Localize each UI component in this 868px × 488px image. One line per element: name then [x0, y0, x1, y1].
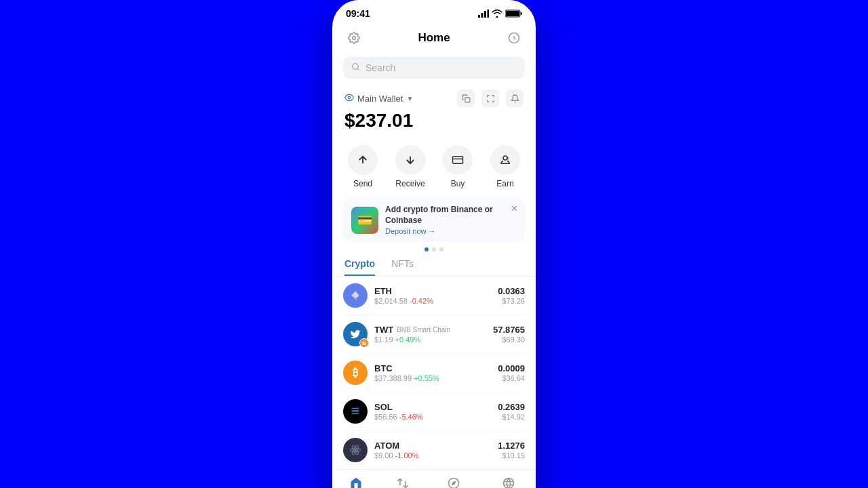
eth-usd: $73.26 — [498, 297, 525, 305]
expand-button[interactable] — [481, 89, 499, 107]
banner-image: 💳 — [351, 207, 378, 234]
svg-rect-2 — [484, 11, 486, 18]
svg-rect-1 — [481, 13, 484, 18]
btc-icon: ₿ — [343, 361, 368, 385]
eth-price: $2,014.58 — [374, 297, 408, 305]
discover-icon — [446, 475, 462, 488]
sol-change: -5.46% — [399, 413, 423, 421]
twt-info: TWT BNB Smart Chain $1.19 +0.49% — [374, 325, 486, 344]
twt-amount: 57.8765 — [493, 325, 525, 335]
banner-link[interactable]: Deposit now → — [385, 227, 517, 235]
sol-usd: $14.92 — [498, 413, 525, 421]
send-label: Send — [353, 179, 372, 188]
eth-symbol: ETH — [374, 286, 392, 296]
nav-swap[interactable]: Swap — [394, 475, 411, 488]
svg-rect-3 — [488, 9, 490, 18]
earn-icon — [490, 145, 520, 175]
swap-icon — [395, 475, 411, 488]
nav-browser[interactable]: Browser — [496, 475, 521, 488]
btc-change: +0.55% — [414, 374, 439, 382]
header: Home — [332, 23, 536, 53]
list-item[interactable]: SOL $56.56 -5.46% 0.2639 $14.92 — [343, 392, 525, 431]
earn-button[interactable]: Earn — [490, 145, 520, 188]
list-item[interactable]: B TWT BNB Smart Chain $1.19 +0.49% 57.87… — [343, 315, 525, 354]
btc-balance: 0.0009 $36.64 — [498, 363, 525, 382]
svg-point-24 — [504, 479, 514, 488]
eth-price-row: $2,014.58 -0.42% — [374, 297, 491, 305]
browser-icon — [500, 475, 517, 488]
svg-rect-5 — [506, 11, 519, 16]
receive-label: Receive — [395, 179, 425, 188]
settings-button[interactable] — [344, 28, 363, 47]
twt-usd: $69.30 — [493, 336, 525, 344]
nav-home[interactable]: Home — [347, 475, 366, 488]
sol-price: $56.56 — [374, 413, 397, 421]
atom-price-row: $9.00 -1.00% — [374, 451, 491, 460]
signal-icon — [478, 9, 489, 18]
twt-chain: BNB Smart Chain — [397, 326, 450, 333]
wallet-name: Main Wallet — [357, 94, 403, 104]
page-title: Home — [418, 31, 450, 45]
twt-change: +0.49% — [395, 336, 421, 344]
wallet-balance: $237.01 — [344, 110, 524, 131]
eth-info: ETH $2,014.58 -0.42% — [374, 286, 491, 305]
atom-icon — [343, 438, 368, 462]
wallet-section: Main Wallet ▼ — [332, 83, 536, 136]
receive-icon — [395, 145, 425, 175]
tab-nfts[interactable]: NFTs — [391, 258, 414, 276]
twt-price: $1.19 — [374, 336, 393, 344]
sol-amount: 0.2639 — [498, 402, 525, 412]
banner-title: Add crypto from Binance or Coinbase — [385, 205, 517, 226]
buy-button[interactable]: Buy — [443, 145, 473, 188]
wallet-connect-button[interactable] — [505, 28, 524, 47]
atom-info: ATOM $9.00 -1.00% — [374, 441, 491, 460]
tab-crypto[interactable]: Crypto — [344, 258, 375, 276]
atom-usd: $10.15 — [498, 451, 525, 460]
search-bar[interactable]: Search — [343, 57, 525, 79]
list-item[interactable]: ₿ BTC $37,388.99 +0.55% 0.0009 $36.64 — [343, 354, 525, 392]
home-icon — [348, 475, 364, 488]
status-time: 09:41 — [346, 8, 370, 19]
twt-symbol: TWT — [374, 325, 393, 335]
search-placeholder: Search — [366, 62, 395, 73]
receive-button[interactable]: Receive — [395, 145, 425, 188]
svg-rect-0 — [478, 15, 480, 18]
svg-marker-23 — [452, 481, 456, 486]
sol-icon — [343, 399, 368, 424]
wallet-chevron-icon: ▼ — [406, 95, 413, 102]
atom-symbol: ATOM — [374, 441, 399, 451]
atom-price: $9.00 — [374, 451, 393, 460]
svg-point-6 — [353, 37, 356, 40]
copy-button[interactable] — [457, 89, 475, 107]
banner-text: Add crypto from Binance or Coinbase Depo… — [385, 205, 517, 235]
banner-close-button[interactable]: ✕ — [511, 203, 518, 214]
svg-rect-12 — [453, 157, 463, 164]
wallet-name-row[interactable]: Main Wallet ▼ — [344, 93, 413, 104]
status-bar: 09:41 — [332, 0, 536, 23]
bell-button[interactable] — [506, 89, 524, 107]
svg-point-8 — [348, 96, 351, 99]
wifi-icon — [492, 9, 502, 18]
eth-change: -0.42% — [410, 297, 433, 305]
twt-price-row: $1.19 +0.49% — [374, 336, 486, 344]
send-button[interactable]: Send — [348, 145, 378, 188]
action-buttons: Send Receive Buy — [332, 136, 536, 198]
list-item[interactable]: ETH $2,014.58 -0.42% 0.0363 $73.26 — [343, 277, 525, 315]
bottom-nav: Home Swap Discover — [332, 469, 536, 488]
svg-rect-9 — [465, 97, 469, 102]
search-icon — [351, 62, 360, 73]
send-icon — [348, 145, 378, 175]
svg-point-7 — [353, 64, 359, 70]
btc-info: BTC $37,388.99 +0.55% — [374, 363, 491, 382]
sol-info: SOL $56.56 -5.46% — [374, 402, 491, 421]
eth-icon — [343, 283, 368, 308]
btc-price-row: $37,388.99 +0.55% — [374, 374, 491, 382]
atom-balance: 1.1276 $10.15 — [498, 441, 525, 460]
nav-discover[interactable]: Discover — [441, 475, 467, 488]
sol-price-row: $56.56 -5.46% — [374, 413, 491, 421]
eth-balance: 0.0363 $73.26 — [498, 286, 525, 305]
svg-point-18 — [354, 449, 357, 452]
list-item[interactable]: ATOM $9.00 -1.00% 1.1276 $10.15 — [343, 431, 525, 469]
asset-tabs: Crypto NFTs — [332, 251, 536, 277]
crypto-list: ETH $2,014.58 -0.42% 0.0363 $73.26 B — [332, 277, 536, 469]
